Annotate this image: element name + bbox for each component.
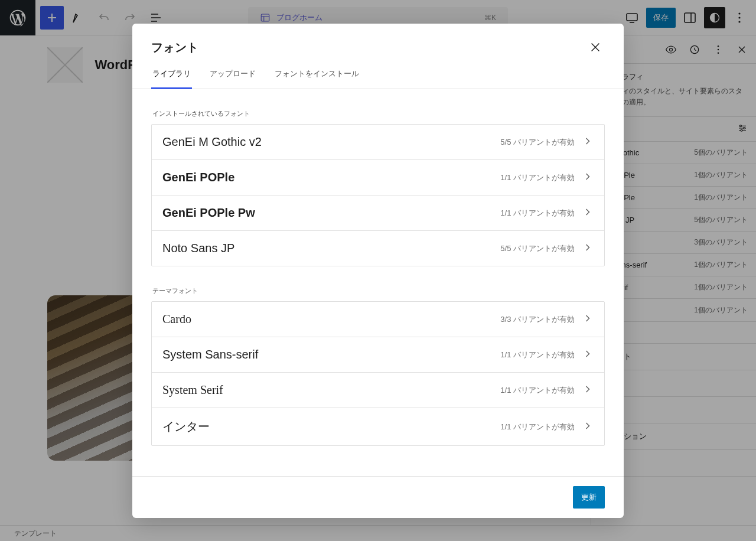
chevron-right-icon xyxy=(582,312,594,326)
font-family-row[interactable]: GenEi POPle 1/1 バリアントが有効 xyxy=(152,160,604,195)
chevron-right-icon xyxy=(582,383,594,397)
font-family-row[interactable]: System Serif 1/1 バリアントが有効 xyxy=(152,373,604,408)
font-family-row[interactable]: インター 1/1 バリアントが有効 xyxy=(152,408,604,445)
chevron-right-icon xyxy=(582,206,594,220)
font-family-row[interactable]: GenEi POPle Pw 1/1 バリアントが有効 xyxy=(152,195,604,231)
font-family-name: インター xyxy=(162,419,210,435)
font-family-row[interactable]: System Sans-serif 1/1 バリアントが有効 xyxy=(152,337,604,373)
chevron-right-icon xyxy=(582,135,594,149)
chevron-right-icon xyxy=(582,242,594,255)
chevron-right-icon xyxy=(582,348,594,361)
font-family-row[interactable]: GenEi M Gothic v2 5/5 バリアントが有効 xyxy=(152,125,604,160)
modal-tab[interactable]: ライブラリ xyxy=(151,61,192,89)
font-family-name: Noto Sans JP xyxy=(162,242,234,255)
modal-tabs: ライブラリアップロードフォントをインストール xyxy=(132,61,624,89)
font-variant-count: 5/5 バリアントが有効 xyxy=(500,243,575,254)
font-family-row[interactable]: Noto Sans JP 5/5 バリアントが有効 xyxy=(152,231,604,266)
font-family-row[interactable]: Cardo 3/3 バリアントが有効 xyxy=(152,302,604,337)
font-family-name: GenEi M Gothic v2 xyxy=(162,135,262,149)
close-modal-button[interactable] xyxy=(586,38,605,57)
font-variant-count: 3/3 バリアントが有効 xyxy=(500,314,575,325)
font-variant-count: 1/1 バリアントが有効 xyxy=(500,422,575,432)
font-variant-count: 1/1 バリアントが有効 xyxy=(500,208,575,219)
font-variant-count: 1/1 バリアントが有効 xyxy=(500,350,575,360)
modal-tab[interactable]: アップロード xyxy=(208,61,257,89)
modal-tab[interactable]: フォントをインストール xyxy=(273,61,360,89)
font-variant-count: 5/5 バリアントが有効 xyxy=(500,137,575,148)
theme-fonts-heading: テーマフォント xyxy=(152,286,605,295)
chevron-right-icon xyxy=(582,171,594,184)
chevron-right-icon xyxy=(582,420,594,434)
installed-fonts-heading: インストールされているフォント xyxy=(152,109,605,118)
font-family-name: System Sans-serif xyxy=(162,348,258,361)
update-button[interactable]: 更新 xyxy=(573,486,605,509)
modal-title: フォント xyxy=(151,40,198,56)
font-variant-count: 1/1 バリアントが有効 xyxy=(500,172,575,183)
font-variant-count: 1/1 バリアントが有効 xyxy=(500,385,575,396)
font-family-name: Cardo xyxy=(162,312,191,326)
font-family-name: System Serif xyxy=(162,383,223,397)
font-library-modal: フォント ライブラリアップロードフォントをインストール インストールされているフ… xyxy=(132,24,624,518)
font-family-name: GenEi POPle Pw xyxy=(162,206,255,220)
font-family-name: GenEi POPle xyxy=(162,171,234,184)
